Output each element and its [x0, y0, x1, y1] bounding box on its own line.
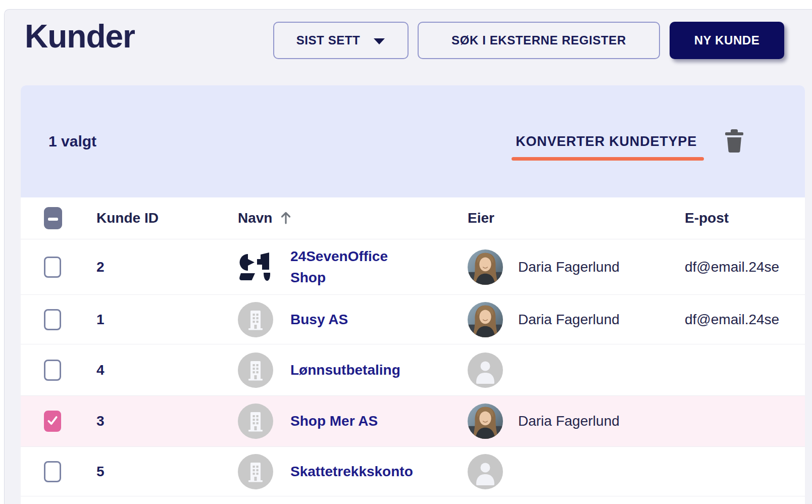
customer-id: 5 — [96, 464, 238, 480]
building-icon — [238, 454, 273, 489]
table-row-partial — [21, 496, 805, 504]
table-row[interactable]: 4Lønnsutbetaling — [21, 344, 805, 395]
24sevenoffice-logo-icon — [238, 249, 273, 285]
building-icon — [238, 302, 273, 337]
customer-id: 2 — [96, 259, 238, 275]
selected-count-label: 1 valgt — [48, 133, 96, 150]
customer-table-card: 1 valgt KONVERTER KUNDETYPE — [21, 85, 805, 504]
arrow-up-icon — [280, 211, 291, 224]
customer-id: 4 — [96, 362, 238, 378]
owner-name: Daria Fagerlund — [518, 413, 620, 429]
convert-customer-type-button[interactable]: KONVERTER KUNDETYPE — [513, 133, 700, 150]
convert-underline-accent — [512, 157, 704, 161]
recently-viewed-button[interactable]: SIST SETT — [273, 22, 409, 59]
customer-name-link[interactable]: Skattetrekkskonto — [290, 461, 409, 482]
owner-name: Daria Fagerlund — [518, 312, 620, 328]
customer-email: df@email.24se — [685, 312, 805, 328]
page-title: Kunder — [25, 18, 135, 55]
table-row[interactable]: 3Shop Mer ASDaria Fagerlund — [21, 395, 805, 446]
column-header-id[interactable]: Kunde ID — [96, 210, 238, 226]
delete-selected-button[interactable] — [724, 129, 744, 154]
row-checkbox[interactable] — [44, 360, 61, 381]
new-customer-label: NY KUNDE — [694, 33, 760, 47]
column-header-name[interactable]: Navn — [238, 210, 468, 226]
check-icon — [46, 414, 59, 429]
table-row[interactable]: 224SevenOffice ShopDaria Fagerlunddf@ema… — [21, 239, 805, 294]
external-register-search-button[interactable]: SØK I EKSTERNE REGISTER — [418, 22, 660, 59]
table-row[interactable]: 5Skattetrekkskonto — [21, 446, 805, 496]
customer-id: 3 — [96, 413, 238, 429]
convert-customer-type-label: KONVERTER KUNDETYPE — [516, 134, 697, 149]
table-row[interactable]: 1Busy ASDaria Fagerlunddf@email.24se — [21, 294, 805, 344]
row-checkbox[interactable] — [44, 309, 61, 330]
selection-actions: KONVERTER KUNDETYPE — [513, 129, 805, 154]
row-checkbox[interactable] — [44, 461, 61, 482]
owner-avatar-person-placeholder — [468, 454, 503, 489]
column-header-email[interactable]: E-post — [685, 210, 805, 226]
external-register-search-label: SØK I EKSTERNE REGISTER — [451, 33, 626, 47]
column-header-name-label: Navn — [238, 210, 272, 226]
trash-icon — [724, 129, 744, 154]
row-checkbox[interactable] — [44, 411, 61, 432]
customer-name-link[interactable]: Lønnsutbetaling — [290, 360, 400, 380]
customer-id: 1 — [96, 312, 238, 328]
new-customer-button[interactable]: NY KUNDE — [670, 22, 784, 59]
customer-name-link[interactable]: Shop Mer AS — [290, 411, 378, 431]
owner-avatar-photo — [468, 404, 503, 439]
recently-viewed-label: SIST SETT — [296, 33, 361, 47]
building-icon — [238, 404, 273, 439]
selection-bar: 1 valgt KONVERTER KUNDETYPE — [21, 85, 805, 197]
owner-name: Daria Fagerlund — [518, 259, 620, 275]
customer-name-link[interactable]: 24SevenOffice Shop — [290, 246, 409, 288]
column-header-owner[interactable]: Eier — [468, 210, 685, 226]
customer-name-link[interactable]: Busy AS — [290, 309, 348, 330]
select-all-checkbox[interactable] — [44, 207, 62, 229]
caret-down-icon — [373, 38, 385, 45]
row-checkbox[interactable] — [44, 257, 61, 278]
table-header-row: Kunde ID Navn Eier E-post — [21, 197, 805, 239]
building-icon — [238, 352, 273, 388]
customers-page: Kunder SIST SETT SØK I EKSTERNE REGISTER… — [4, 9, 812, 504]
table-body: 224SevenOffice ShopDaria Fagerlunddf@ema… — [21, 239, 805, 496]
minus-icon — [48, 215, 58, 222]
customer-email: df@email.24se — [685, 259, 805, 275]
owner-avatar-person-placeholder — [468, 352, 503, 388]
owner-avatar-photo — [468, 249, 503, 285]
owner-avatar-photo — [468, 302, 503, 337]
